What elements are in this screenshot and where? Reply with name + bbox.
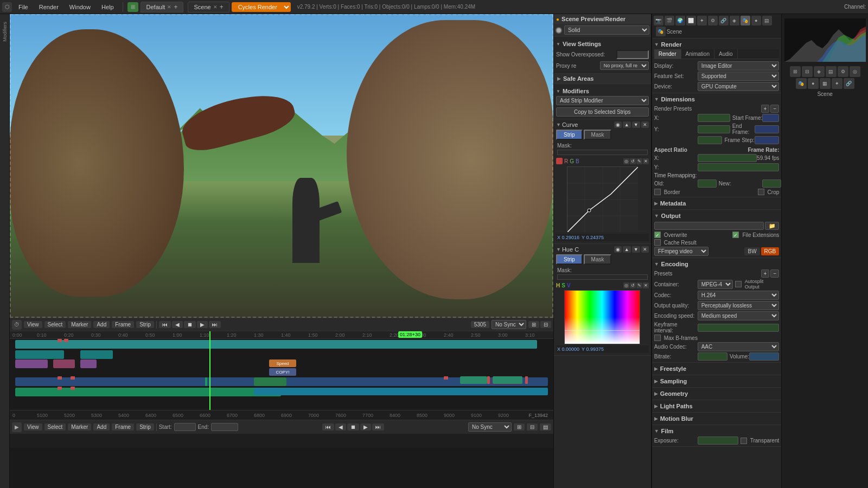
frame-step-input[interactable]: 1 xyxy=(755,136,780,144)
far-icon-6[interactable]: ◎ xyxy=(850,66,860,77)
hue-mask-input[interactable] xyxy=(557,274,648,280)
end-input[interactable]: 15067 xyxy=(211,423,238,431)
track-teal-right2[interactable] xyxy=(493,376,522,384)
tab-scene[interactable]: Scene ✕ + xyxy=(188,2,229,12)
keyframe-input[interactable]: 30 xyxy=(698,324,780,332)
hsv-ctrl-1[interactable]: ◎ xyxy=(623,282,629,288)
menu-help[interactable]: Help xyxy=(97,3,118,11)
render-icon-data[interactable]: ◈ xyxy=(730,16,739,25)
track-bottom-cyan[interactable] xyxy=(254,388,548,395)
strip-tab-2[interactable]: Strip xyxy=(556,254,583,265)
time-remap-new-input[interactable]: 100 xyxy=(762,179,781,188)
mask-input[interactable] xyxy=(557,150,648,155)
tl-frame-btn[interactable]: Frame xyxy=(112,321,134,328)
far-icon-1[interactable]: ⊞ xyxy=(790,66,801,77)
view-settings-title[interactable]: ▼ View Settings xyxy=(556,39,649,49)
hs-gradient[interactable] xyxy=(564,290,640,344)
output-quality-select[interactable]: Perceptually lossless xyxy=(698,301,780,310)
max-b-frames-checkbox[interactable] xyxy=(654,335,661,341)
track-speed[interactable]: Speed xyxy=(269,359,296,367)
encoding-speed-select[interactable]: Medium speed xyxy=(698,311,780,320)
bottom-frame-btn[interactable]: Frame xyxy=(112,423,134,431)
hsv-close[interactable]: ✕ xyxy=(643,282,649,288)
transparent-checkbox[interactable] xyxy=(741,438,747,444)
hsv-ctrl-2[interactable]: ↺ xyxy=(630,282,636,288)
rgb-close-2[interactable]: ✕ xyxy=(643,158,649,164)
modifiers-title[interactable]: ▼ Modifiers xyxy=(556,86,649,96)
rgb-ctrl-3[interactable]: ✎ xyxy=(636,158,642,164)
rgb-ctrl-1[interactable]: ◎ xyxy=(623,158,629,164)
overwrite-checkbox[interactable] xyxy=(654,232,661,238)
tab-scene-close[interactable]: ✕ xyxy=(213,4,218,10)
show-overexposed-input[interactable]: 1 xyxy=(616,50,649,59)
menu-file[interactable]: File xyxy=(14,3,33,11)
curve-close[interactable]: ✕ xyxy=(641,121,649,128)
tl-btn-2[interactable]: ⊟ xyxy=(540,321,551,328)
play-btn[interactable]: ▶ xyxy=(197,321,208,328)
tl-add-btn[interactable]: Add xyxy=(93,321,110,328)
border-checkbox[interactable] xyxy=(654,189,661,195)
aspect-x-input[interactable]: 1.000 xyxy=(698,154,757,162)
far-icon-7[interactable]: 🎭 xyxy=(796,78,807,89)
far-icon-5[interactable]: ⚙ xyxy=(838,66,848,77)
curve-editor[interactable] xyxy=(567,166,637,232)
light-paths-header[interactable]: ▶ Light Paths xyxy=(654,401,780,411)
default-layout-icon[interactable]: ⊞ xyxy=(127,2,138,12)
output-path-input[interactable]: /home/takergo/renders/ xyxy=(654,222,764,230)
play-end-btn-2[interactable]: ⏭ xyxy=(372,423,384,431)
geometry-header[interactable]: ▶ Geometry xyxy=(654,389,780,399)
hue-ctrl-3[interactable]: ▼ xyxy=(632,246,640,253)
motion-blur-header[interactable]: ▶ Motion Blur xyxy=(654,414,780,423)
bottom-extra-1[interactable]: ⊞ xyxy=(514,423,525,431)
far-icon-8[interactable]: ● xyxy=(808,78,819,89)
track-ch4-1[interactable] xyxy=(15,359,48,368)
frame-end-input[interactable]: 15067 xyxy=(755,125,779,133)
volume-input[interactable]: 1.000 xyxy=(749,352,779,361)
play-stop-btn[interactable]: ⏹ xyxy=(184,321,196,328)
res-x-input[interactable]: 1920 px xyxy=(698,114,730,122)
metadata-header[interactable]: ▶ Metadata xyxy=(654,198,780,208)
far-icon-10[interactable]: ✦ xyxy=(832,78,843,89)
render-icon-materials[interactable]: ● xyxy=(751,16,761,25)
enc-presets-remove[interactable]: − xyxy=(770,269,779,278)
tl-view-btn[interactable]: View xyxy=(24,321,42,328)
format-select[interactable]: FFmpeg video xyxy=(654,247,709,256)
display-select[interactable]: Image Editor xyxy=(698,61,780,70)
render-subtab-render[interactable]: Render xyxy=(654,49,681,59)
viewport[interactable] xyxy=(10,14,553,318)
mask-tab-2[interactable]: Mask xyxy=(584,254,612,265)
render-icon-constraints[interactable]: 🔗 xyxy=(719,16,729,25)
bottom-extra-3[interactable]: ▤ xyxy=(540,423,551,431)
render-subtab-audio[interactable]: Audio xyxy=(714,49,738,59)
track-ch5-2[interactable] xyxy=(80,350,113,359)
sync-select[interactable]: No Sync xyxy=(492,320,526,329)
add-strip-modifier-select[interactable]: Add Strip Modifier xyxy=(556,96,649,105)
render-icon-physics[interactable]: ⚙ xyxy=(708,16,718,25)
track-copy[interactable]: COPY! xyxy=(269,368,296,376)
track-area[interactable]: 0:00 0:10 0:20 0:30 0:40 0:50 1:00 1:10 … xyxy=(10,331,553,410)
sampling-header[interactable]: ▶ Sampling xyxy=(654,376,780,386)
output-path-browse-btn[interactable]: 📁 xyxy=(765,222,779,230)
tl-marker-btn[interactable]: Marker xyxy=(68,321,91,328)
codec-select[interactable]: H.264 xyxy=(698,291,780,300)
tl-select-btn[interactable]: Select xyxy=(44,321,66,328)
output-header[interactable]: ▼ Output xyxy=(654,211,780,221)
track-ch2-main[interactable] xyxy=(15,388,281,396)
time-remap-old-input[interactable]: 100 xyxy=(698,179,717,188)
far-icon-3[interactable]: ◈ xyxy=(814,66,825,77)
presets-add-btn[interactable]: + xyxy=(761,105,770,113)
strip-tab-1[interactable]: Strip xyxy=(556,130,583,140)
copy-to-strips-btn[interactable]: Copy to Selected Strips xyxy=(556,107,649,117)
crop-checkbox[interactable] xyxy=(758,189,764,195)
presets-remove-btn[interactable]: − xyxy=(770,105,779,113)
hue-ctrl-2[interactable]: ▲ xyxy=(623,246,631,253)
tab-add[interactable]: + xyxy=(174,3,177,11)
start-input[interactable]: 1 xyxy=(174,423,196,431)
play-rev-btn[interactable]: ◀ xyxy=(172,321,183,328)
curve-ctrl-3[interactable]: ▼ xyxy=(632,121,640,128)
play-end-btn[interactable]: ⏭ xyxy=(209,321,221,328)
track-green-seg[interactable] xyxy=(254,377,286,386)
track-ch5-1[interactable] xyxy=(15,350,64,359)
preview-render-header[interactable]: ● Scene Preview/Render xyxy=(554,14,651,24)
timeline-bottom-icon[interactable]: ▶ xyxy=(12,422,22,432)
